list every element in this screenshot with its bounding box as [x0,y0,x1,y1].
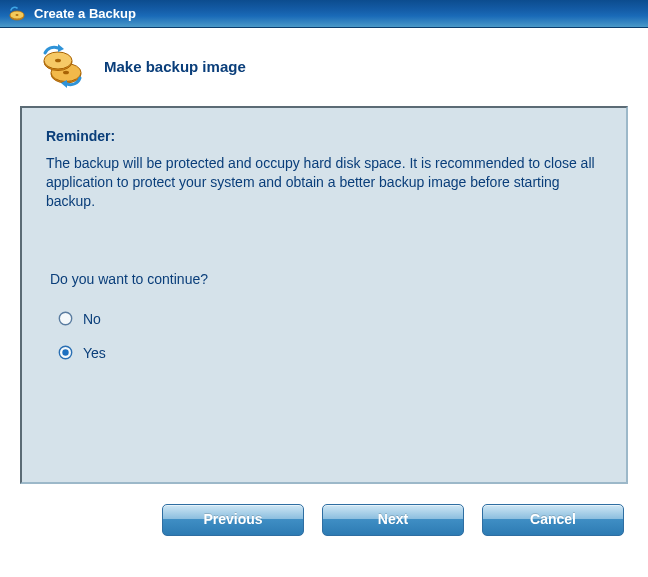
wizard-window: Create a Backup Make backup image Remind… [0,0,648,577]
svg-point-8 [55,59,61,63]
cancel-button[interactable]: Cancel [482,504,624,536]
reminder-heading: Reminder: [46,128,602,144]
backup-discs-icon [40,44,84,88]
reminder-text: The backup will be protected and occupy … [46,154,602,211]
svg-marker-9 [58,44,64,52]
content-panel: Reminder: The backup will be protected a… [20,106,628,484]
radio-option-yes[interactable]: Yes [58,345,602,361]
wizard-button-bar: Previous Next Cancel [0,484,648,536]
radio-label-yes: Yes [83,345,106,361]
continue-radio-group: No Yes [46,311,602,361]
radio-icon [58,311,73,326]
previous-button[interactable]: Previous [162,504,304,536]
radio-label-no: No [83,311,101,327]
radio-option-no[interactable]: No [58,311,602,327]
svg-point-11 [59,312,71,324]
svg-point-2 [16,14,19,16]
page-header: Make backup image [0,28,648,96]
svg-point-13 [62,349,68,355]
page-title: Make backup image [104,58,246,75]
window-title: Create a Backup [34,6,136,21]
next-button[interactable]: Next [322,504,464,536]
svg-point-5 [63,71,69,75]
titlebar: Create a Backup [0,0,648,28]
continue-question: Do you want to continue? [46,271,602,287]
radio-selected-icon [58,345,73,360]
app-icon [8,5,26,23]
